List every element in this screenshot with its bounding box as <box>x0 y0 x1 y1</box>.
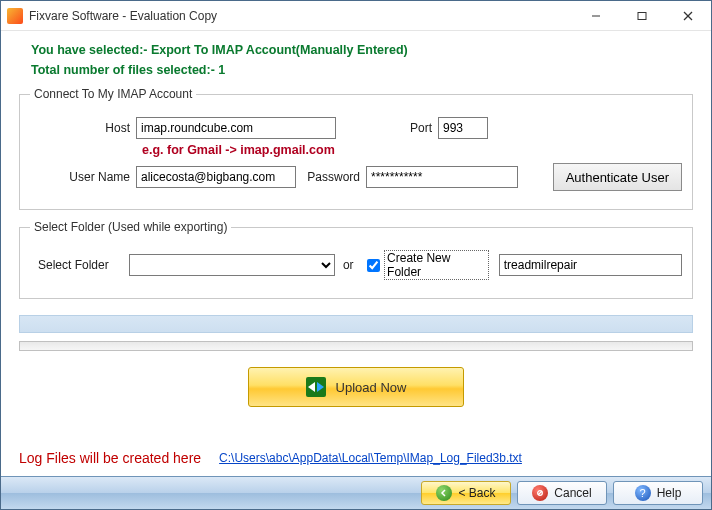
username-input[interactable] <box>136 166 296 188</box>
app-window: Fixvare Software - Evaluation Copy You h… <box>0 0 712 510</box>
window-controls <box>573 1 711 31</box>
host-label: Host <box>30 121 136 135</box>
back-arrow-icon <box>436 485 452 501</box>
close-button[interactable] <box>665 1 711 31</box>
selection-summary: You have selected:- Export To IMAP Accou… <box>31 43 693 57</box>
cancel-button[interactable]: Cancel <box>517 481 607 505</box>
log-file-link[interactable]: C:\Users\abc\AppData\Local\Temp\IMap_Log… <box>219 451 522 465</box>
create-folder-label[interactable]: Create New Folder <box>384 250 489 280</box>
log-label: Log Files will be created here <box>19 450 201 466</box>
back-button[interactable]: < Back <box>421 481 511 505</box>
port-input[interactable] <box>438 117 488 139</box>
status-bar <box>19 315 693 333</box>
imap-account-group: Connect To My IMAP Account Host Port e.g… <box>19 87 693 210</box>
help-button[interactable]: ? Help <box>613 481 703 505</box>
content-area: You have selected:- Export To IMAP Accou… <box>1 31 711 476</box>
maximize-button[interactable] <box>619 1 665 31</box>
host-input[interactable] <box>136 117 336 139</box>
password-label: Password <box>296 170 366 184</box>
password-input[interactable] <box>366 166 518 188</box>
imap-group-legend: Connect To My IMAP Account <box>30 87 196 101</box>
help-button-label: Help <box>657 486 682 500</box>
window-title: Fixvare Software - Evaluation Copy <box>29 9 573 23</box>
create-folder-checkbox[interactable] <box>367 259 380 272</box>
upload-now-button[interactable]: Upload Now <box>248 367 464 407</box>
select-folder-group: Select Folder (Used while exporting) Sel… <box>19 220 693 299</box>
help-icon: ? <box>635 485 651 501</box>
folder-group-legend: Select Folder (Used while exporting) <box>30 220 231 234</box>
authenticate-button[interactable]: Authenticate User <box>553 163 682 191</box>
username-label: User Name <box>30 170 136 184</box>
or-label: or <box>335 258 367 272</box>
minimize-button[interactable] <box>573 1 619 31</box>
footer-bar: < Back Cancel ? Help <box>1 476 711 509</box>
back-button-label: < Back <box>458 486 495 500</box>
svg-rect-1 <box>638 12 646 19</box>
port-label: Port <box>336 121 438 135</box>
host-hint: e.g. for Gmail -> imap.gmail.com <box>142 143 682 157</box>
cancel-button-label: Cancel <box>554 486 591 500</box>
log-file-row: Log Files will be created here C:\Users\… <box>19 450 693 466</box>
upload-icon <box>306 377 326 397</box>
upload-button-label: Upload Now <box>336 380 407 395</box>
progress-bar <box>19 341 693 351</box>
titlebar: Fixvare Software - Evaluation Copy <box>1 1 711 31</box>
select-folder-dropdown[interactable] <box>129 254 336 276</box>
new-folder-input[interactable] <box>499 254 682 276</box>
select-folder-label: Select Folder <box>30 258 129 272</box>
app-icon <box>7 8 23 24</box>
cancel-icon <box>532 485 548 501</box>
selection-count: Total number of files selected:- 1 <box>31 63 693 77</box>
